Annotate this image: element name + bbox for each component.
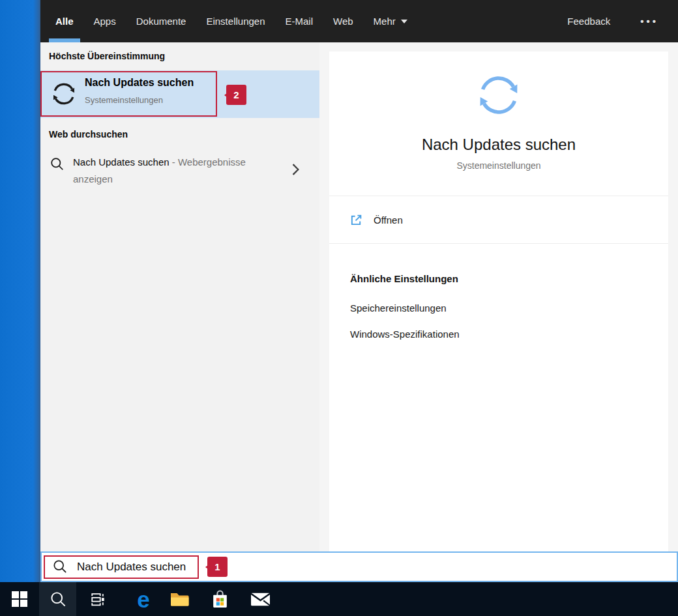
edge-browser-button[interactable]: e [128, 582, 158, 616]
feedback-button[interactable]: Feedback [567, 16, 610, 27]
best-match-result[interactable]: Nach Updates suchen Systemeinstellungen … [40, 70, 319, 118]
annotation-badge-1: 1 [207, 557, 228, 577]
header-right: Feedback ••• [567, 0, 658, 42]
related-item-windows-spezifikationen[interactable]: Windows-Spezifikationen [350, 329, 460, 340]
tab-label: Mehr [374, 16, 396, 27]
edge-icon: e [137, 588, 149, 611]
search-icon [53, 559, 68, 574]
related-item-speichereinstellungen[interactable]: Speichereinstellungen [350, 302, 447, 314]
tab-einstellungen[interactable]: Einstellungen [199, 0, 271, 42]
search-input[interactable] [77, 561, 403, 574]
refresh-icon [50, 80, 78, 108]
tab-label: E-Mail [286, 16, 314, 27]
divider [329, 243, 668, 244]
mail-button[interactable] [245, 582, 275, 616]
more-options-icon[interactable]: ••• [640, 16, 658, 27]
preview-title: Nach Updates suchen [329, 136, 668, 154]
task-view-icon [88, 591, 106, 608]
tab-web[interactable]: Web [327, 0, 360, 42]
tab-label: Alle [55, 16, 74, 27]
file-explorer-icon [170, 591, 190, 608]
search-filter-bar: Alle Apps Dokumente Einstellungen E-Mail… [40, 0, 678, 42]
mail-icon [250, 592, 271, 607]
file-explorer-button[interactable] [164, 582, 194, 616]
search-icon [50, 591, 67, 608]
taskbar: e [0, 582, 678, 616]
preview-subtitle: Systemeinstellungen [329, 160, 668, 171]
preview-panel: Nach Updates suchen Systemeinstellungen … [319, 42, 678, 551]
tab-label: Apps [94, 16, 116, 27]
tab-dokumente[interactable]: Dokumente [130, 0, 193, 42]
search-icon [50, 157, 65, 171]
tab-label: Dokumente [136, 16, 186, 27]
tab-email[interactable]: E-Mail [279, 0, 320, 42]
tab-apps[interactable]: Apps [87, 0, 123, 42]
tab-mehr[interactable]: Mehr [367, 0, 414, 42]
chevron-down-icon [401, 20, 407, 23]
web-result-text: Nach Updates suchen - Webergebnisse anze… [73, 154, 269, 188]
chevron-right-icon[interactable] [292, 164, 300, 175]
tab-label: Web [333, 16, 353, 27]
taskbar-search-button[interactable] [43, 582, 73, 616]
windows-search-screen: Alle Apps Dokumente Einstellungen E-Mail… [0, 0, 678, 616]
microsoft-store-button[interactable] [205, 582, 235, 616]
windows-logo-icon [12, 591, 27, 607]
start-button[interactable] [5, 582, 35, 616]
results-panel: Höchste Übereinstimmung Nach Updates suc… [40, 42, 319, 551]
open-command[interactable]: Öffnen [329, 196, 668, 243]
related-settings-header: Ähnliche Einstellungen [350, 273, 458, 284]
refresh-icon-large [473, 70, 524, 121]
web-query: Nach Updates suchen [73, 156, 170, 168]
result-subtitle: Systemeinstellungen [85, 95, 163, 105]
tab-label: Einstellungen [206, 16, 265, 27]
preview-card: Nach Updates suchen Systemeinstellungen … [329, 51, 668, 551]
open-external-icon [350, 214, 362, 226]
search-flyout-window: Alle Apps Dokumente Einstellungen E-Mail… [40, 0, 678, 582]
result-title: Nach Updates suchen [85, 77, 194, 89]
open-label: Öffnen [374, 214, 403, 226]
desktop-background-strip[interactable] [0, 0, 40, 582]
best-match-section-header: Höchste Übereinstimmung [49, 51, 165, 61]
annotation-badge-2: 2 [226, 85, 246, 105]
microsoft-store-icon [211, 589, 229, 609]
task-view-button[interactable] [81, 582, 111, 616]
web-search-result[interactable]: Nach Updates suchen - Webergebnisse anze… [40, 152, 319, 199]
search-box: 1 [40, 551, 678, 582]
web-section-header: Web durchsuchen [49, 129, 128, 139]
tab-alle[interactable]: Alle [49, 0, 80, 42]
